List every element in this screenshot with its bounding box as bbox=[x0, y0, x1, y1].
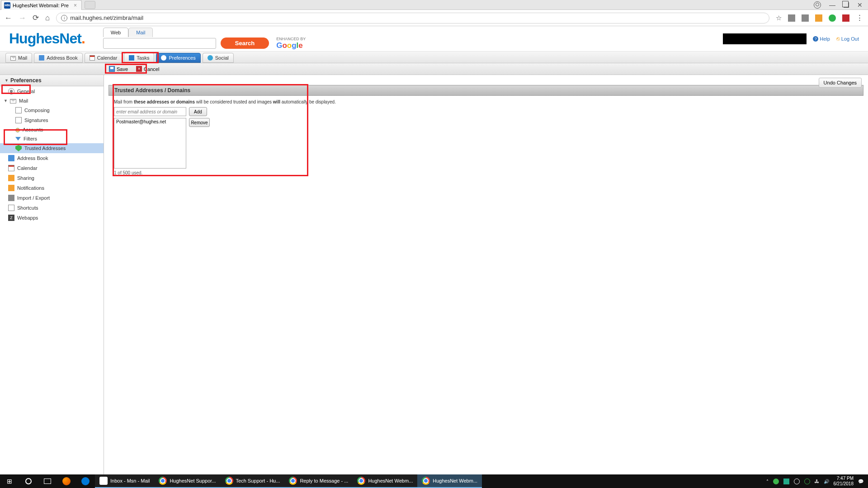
browser-tab[interactable]: HN HughesNet Webmail: Pre × bbox=[1, 0, 82, 10]
ext-icon[interactable] bbox=[829, 14, 836, 22]
edge-pin[interactable] bbox=[76, 474, 95, 488]
tray-icon[interactable] bbox=[783, 479, 789, 484]
minimize-icon[interactable]: — bbox=[829, 1, 835, 9]
url-text: mail.hughes.net/zimbra/mail bbox=[70, 14, 143, 21]
address-list[interactable]: Postmaster@hughes.net bbox=[114, 118, 186, 169]
tray-icon[interactable] bbox=[794, 479, 800, 484]
taskbar-item[interactable]: Reply to Message - ... bbox=[284, 474, 353, 488]
ext-icon[interactable] bbox=[842, 14, 849, 22]
list-item[interactable]: Postmaster@hughes.net bbox=[116, 119, 184, 124]
logout-link[interactable]: ⎋Log Out bbox=[836, 35, 859, 42]
taskbar-item[interactable]: Inbox - Msn - Mail bbox=[95, 474, 154, 488]
sidebar-item-signatures[interactable]: Signatures bbox=[0, 115, 104, 125]
tray-chevron-icon[interactable]: ˄ bbox=[766, 479, 769, 484]
sidebar-item-sharing[interactable]: Sharing bbox=[0, 173, 104, 183]
counter-text: 1 of 500 used. bbox=[114, 170, 858, 175]
mail-icon bbox=[10, 99, 16, 103]
taskbar-item[interactable]: HughesNet Webm... bbox=[353, 474, 417, 488]
taskview-button[interactable] bbox=[38, 474, 57, 488]
share-icon bbox=[8, 175, 14, 181]
back-icon[interactable]: ← bbox=[5, 14, 12, 23]
sidebar-item-webapps[interactable]: ZWebapps bbox=[0, 213, 104, 223]
tray-icon[interactable] bbox=[804, 479, 810, 484]
tab-preferences[interactable]: Preferences bbox=[156, 53, 200, 63]
sidebar-item-composing[interactable]: Composing bbox=[0, 105, 104, 115]
google-attribution: ENHANCED BY Google bbox=[276, 37, 306, 50]
profile-icon[interactable] bbox=[814, 1, 821, 9]
search-button[interactable]: Search bbox=[221, 38, 269, 49]
undo-button[interactable]: Undo Changes bbox=[819, 78, 862, 88]
search-tab-web[interactable]: Web bbox=[103, 28, 128, 37]
sidebar-item-calendar[interactable]: Calendar bbox=[0, 163, 104, 173]
home-icon[interactable]: ⌂ bbox=[45, 14, 50, 23]
panel-title: Trusted Addresses / Domains bbox=[108, 85, 863, 96]
mail-icon bbox=[10, 56, 16, 61]
help-link[interactable]: ?Help bbox=[813, 36, 830, 42]
sidebar-item-shortcuts[interactable]: Shortcuts bbox=[0, 203, 104, 213]
help-icon: ? bbox=[813, 36, 818, 42]
ext-icon[interactable] bbox=[802, 14, 809, 22]
tab-title: HughesNet Webmail: Pre bbox=[13, 3, 69, 8]
tab-social[interactable]: Social bbox=[203, 53, 234, 63]
filter-icon bbox=[15, 137, 21, 141]
close-tab-icon[interactable]: × bbox=[74, 2, 77, 9]
tray-icon[interactable] bbox=[773, 479, 779, 484]
cancel-button[interactable]: ×Cancel bbox=[132, 64, 163, 74]
cortana-button[interactable] bbox=[19, 474, 38, 488]
signature-icon bbox=[15, 117, 22, 123]
ext-icon[interactable] bbox=[815, 14, 822, 22]
system-tray[interactable]: ˄ 🖧 🔊 7:47 PM6/21/2018 💬 bbox=[766, 476, 868, 487]
address-input[interactable] bbox=[114, 107, 186, 116]
cancel-icon: × bbox=[136, 66, 142, 72]
tab-tasks[interactable]: Tasks bbox=[124, 53, 154, 63]
add-button[interactable]: Add bbox=[189, 107, 207, 116]
compose-icon bbox=[15, 107, 22, 113]
taskbar-item[interactable]: Tech Support - Hu... bbox=[221, 474, 285, 488]
bookmark-icon[interactable]: ☆ bbox=[776, 14, 782, 22]
close-window-icon[interactable]: ✕ bbox=[857, 1, 863, 9]
sidebar-header[interactable]: ▼Preferences bbox=[0, 75, 104, 86]
start-button[interactable]: ⊞ bbox=[0, 474, 19, 488]
favicon-icon: HN bbox=[4, 2, 10, 9]
tab-calendar[interactable]: Calendar bbox=[85, 53, 123, 63]
address-bar[interactable]: i mail.hughes.net/zimbra/mail bbox=[56, 13, 769, 23]
site-info-icon[interactable]: i bbox=[61, 15, 67, 21]
tab-mail[interactable]: Mail bbox=[5, 53, 32, 63]
search-input[interactable] bbox=[103, 38, 216, 49]
sidebar-item-addressbook[interactable]: Address Book bbox=[0, 153, 104, 163]
collapse-icon[interactable]: ▼ bbox=[4, 99, 7, 103]
sidebar-item-trusted[interactable]: Trusted Addresses bbox=[0, 143, 104, 153]
taskbar-item[interactable]: HughesNet Webm... bbox=[417, 474, 482, 488]
cortana-icon bbox=[25, 478, 32, 484]
menu-icon[interactable]: ⋮ bbox=[856, 13, 863, 23]
firefox-pin[interactable] bbox=[57, 474, 76, 488]
ext-icon[interactable] bbox=[788, 14, 795, 22]
clock[interactable]: 7:47 PM6/21/2018 bbox=[834, 476, 854, 487]
sidebar-item-accounts[interactable]: Accounts bbox=[0, 125, 104, 134]
restore-icon[interactable] bbox=[844, 2, 849, 8]
reload-icon[interactable]: ⟳ bbox=[33, 13, 39, 23]
collapse-icon[interactable]: ▼ bbox=[5, 78, 8, 83]
sidebar-item-general[interactable]: General bbox=[0, 86, 104, 96]
keyboard-icon bbox=[8, 205, 14, 211]
notifications-icon[interactable]: 💬 bbox=[858, 479, 863, 484]
chrome-icon bbox=[159, 477, 167, 485]
webapps-icon: Z bbox=[8, 215, 14, 221]
save-button[interactable]: Save bbox=[105, 64, 132, 74]
volume-icon[interactable]: 🔊 bbox=[824, 479, 829, 484]
forward-icon[interactable]: → bbox=[19, 14, 26, 23]
sidebar-item-import[interactable]: Import / Export bbox=[0, 193, 104, 203]
sidebar-item-filters[interactable]: Filters bbox=[0, 134, 104, 143]
sidebar-item-notifications[interactable]: Notifications bbox=[0, 183, 104, 193]
trusted-panel: Trusted Addresses / Domains Mail from th… bbox=[108, 85, 863, 179]
network-icon[interactable]: 🖧 bbox=[815, 479, 819, 484]
taskbar-item[interactable]: HughesNet Suppor... bbox=[154, 474, 220, 488]
search-tab-mail[interactable]: Mail bbox=[128, 28, 153, 37]
sidebar-item-mail[interactable]: ▼Mail bbox=[0, 96, 104, 105]
new-tab-button[interactable] bbox=[85, 1, 95, 9]
tab-addressbook[interactable]: Address Book bbox=[34, 53, 82, 63]
app-tabbar: Mail Address Book Calendar Tasks Prefere… bbox=[0, 52, 868, 63]
window-controls: — ✕ bbox=[814, 0, 868, 9]
logo[interactable]: HughesNet. bbox=[9, 30, 85, 47]
remove-button[interactable]: Remove bbox=[189, 118, 210, 127]
